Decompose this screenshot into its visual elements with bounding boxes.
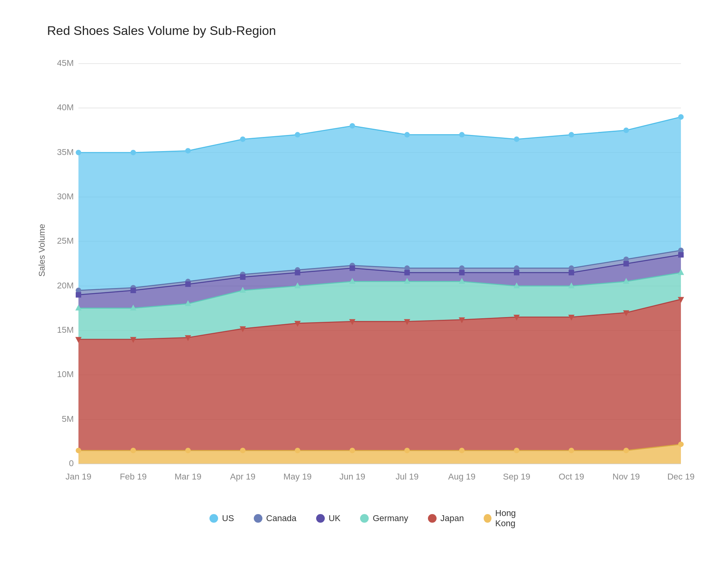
svg-point-39 xyxy=(131,150,136,155)
legend-label: Hong Kong xyxy=(495,508,534,529)
svg-rect-64 xyxy=(185,281,191,287)
svg-point-105 xyxy=(459,448,464,453)
svg-point-48 xyxy=(623,128,629,133)
svg-rect-65 xyxy=(240,274,246,280)
svg-text:35M: 35M xyxy=(57,147,74,157)
legend-label: Germany xyxy=(373,513,408,523)
legend-item-uk: UK xyxy=(316,513,341,523)
svg-rect-66 xyxy=(295,270,300,275)
svg-text:Aug 19: Aug 19 xyxy=(448,472,476,481)
legend-dot xyxy=(428,514,437,523)
svg-rect-71 xyxy=(569,270,574,275)
chart-area: Sales Volume 05M10M15M20M25M30M35M40M45M… xyxy=(47,54,697,489)
svg-text:20M: 20M xyxy=(57,281,74,290)
svg-point-46 xyxy=(514,137,519,142)
main-chart: 05M10M15M20M25M30M35M40M45MJan 19Feb 19M… xyxy=(47,54,697,489)
svg-point-100 xyxy=(185,448,191,453)
svg-point-99 xyxy=(131,448,136,453)
svg-text:5M: 5M xyxy=(62,414,74,424)
svg-text:25M: 25M xyxy=(57,236,74,246)
legend-label: US xyxy=(222,513,234,523)
svg-point-106 xyxy=(514,448,519,453)
svg-point-103 xyxy=(349,448,355,453)
legend-item-japan: Japan xyxy=(428,513,464,523)
svg-point-44 xyxy=(404,132,410,137)
svg-marker-37 xyxy=(78,117,681,290)
svg-point-45 xyxy=(459,132,464,137)
svg-text:Jul 19: Jul 19 xyxy=(395,472,419,481)
svg-point-107 xyxy=(569,448,574,453)
svg-point-38 xyxy=(76,150,81,155)
svg-text:15M: 15M xyxy=(57,325,74,335)
svg-text:Jun 19: Jun 19 xyxy=(339,472,365,481)
svg-rect-72 xyxy=(623,261,629,266)
svg-text:Sep 19: Sep 19 xyxy=(503,472,530,481)
chart-title: Red Shoes Sales Volume by Sub-Region xyxy=(47,24,697,38)
svg-rect-70 xyxy=(514,270,519,275)
svg-text:40M: 40M xyxy=(57,102,74,112)
svg-point-41 xyxy=(240,137,246,142)
legend-item-us: US xyxy=(209,513,234,523)
svg-text:Dec 19: Dec 19 xyxy=(667,472,695,481)
svg-point-40 xyxy=(185,148,191,153)
svg-text:Feb 19: Feb 19 xyxy=(120,472,147,481)
svg-rect-73 xyxy=(678,252,684,257)
svg-rect-67 xyxy=(349,265,355,271)
svg-text:45M: 45M xyxy=(57,58,74,68)
legend-item-germany: Germany xyxy=(360,513,408,523)
y-axis-label: Sales Volume xyxy=(37,224,47,277)
svg-point-104 xyxy=(404,448,410,453)
svg-point-98 xyxy=(76,448,81,453)
svg-point-47 xyxy=(569,132,574,137)
chart-container: Red Shoes Sales Volume by Sub-Region Sal… xyxy=(0,0,728,569)
svg-text:May 19: May 19 xyxy=(283,472,311,481)
svg-text:30M: 30M xyxy=(57,191,74,201)
legend: USCanadaUKGermanyJapanHong Kong xyxy=(209,508,534,529)
svg-rect-63 xyxy=(131,288,136,293)
legend-item-canada: Canada xyxy=(254,513,297,523)
svg-text:Nov 19: Nov 19 xyxy=(613,472,640,481)
svg-point-109 xyxy=(678,441,684,447)
legend-label: Canada xyxy=(266,513,297,523)
legend-label: Japan xyxy=(440,513,464,523)
svg-rect-62 xyxy=(76,292,81,297)
svg-text:Mar 19: Mar 19 xyxy=(175,472,201,481)
legend-item-hong-kong: Hong Kong xyxy=(484,508,534,529)
svg-text:Jan 19: Jan 19 xyxy=(66,472,91,481)
svg-point-102 xyxy=(295,448,300,453)
legend-dot xyxy=(209,514,218,523)
legend-dot xyxy=(316,514,325,523)
svg-text:Apr 19: Apr 19 xyxy=(230,472,255,481)
legend-dot xyxy=(254,514,262,523)
svg-text:Oct 19: Oct 19 xyxy=(559,472,584,481)
legend-dot xyxy=(360,514,369,523)
svg-point-108 xyxy=(623,448,629,453)
svg-point-42 xyxy=(295,132,300,137)
svg-text:10M: 10M xyxy=(57,369,74,379)
legend-dot xyxy=(484,514,491,523)
legend-label: UK xyxy=(329,513,341,523)
svg-rect-68 xyxy=(404,270,410,275)
svg-point-101 xyxy=(240,448,246,453)
svg-point-49 xyxy=(678,114,684,120)
svg-text:0: 0 xyxy=(69,458,74,468)
svg-point-43 xyxy=(349,123,355,129)
svg-rect-69 xyxy=(459,270,464,275)
